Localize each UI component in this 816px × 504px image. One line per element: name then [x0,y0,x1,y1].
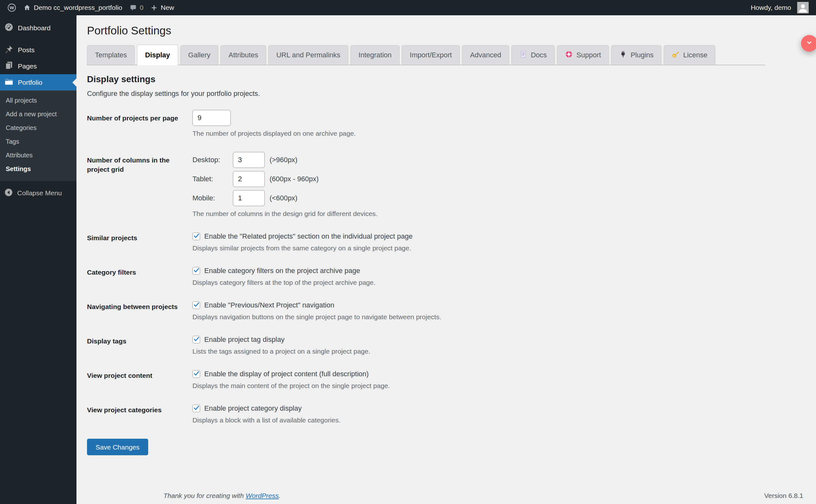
save-changes-button[interactable]: Save Changes [87,439,148,455]
tab-attributes[interactable]: Attributes [220,45,266,65]
setting-description: The number of projects displayed on one … [192,130,810,137]
submenu-item-categories[interactable]: Categories [0,121,76,135]
footer-thanks: Thank you for creating with WordPress. [163,492,281,500]
home-icon [23,4,31,11]
submenu-item-add-new-project[interactable]: Add a new project [0,107,76,121]
tab-integration[interactable]: Integration [350,45,400,65]
admin-menu: Dashboard Posts Pages Portfolio [0,15,76,201]
row-category-filters: Category filters Enable category filters… [87,267,810,286]
checkbox-option[interactable]: Enable project tag display [192,335,285,344]
setting-label: Similar projects [87,232,192,252]
sidebar-item-label: Pages [18,62,37,70]
howdy-text: Howdy, demo [751,4,791,11]
columns-tablet-row: Tablet: (600px - 960px) [192,171,810,187]
site-name: Demo cc_wordpress_portfolio [34,4,122,11]
columns-mobile-input[interactable] [233,190,265,206]
comments-link[interactable]: 0 [126,0,147,15]
plus-icon [150,4,158,11]
collapse-arrow-icon [4,188,13,198]
wordpress-admin-screen: W Demo cc_wordpress_portfolio 0 New Howd… [0,0,816,504]
setting-description: Displays category filters at the top of … [192,279,810,286]
page-title: Portfolio Settings [87,24,810,38]
docs-icon [519,50,527,60]
checkbox-option[interactable]: Enable the "Related projects" section on… [192,232,413,241]
checkbox-checked[interactable] [192,301,200,309]
row-project-navigation: Navigating between projects Enable "Prev… [87,301,810,321]
tab-docs[interactable]: Docs [511,45,555,65]
admin-sidebar: Dashboard Posts Pages Portfolio [0,15,76,504]
tab-templates[interactable]: Templates [87,45,135,65]
wordpress-logo-button[interactable]: W [4,0,20,15]
setting-label: Display tags [87,335,192,355]
tab-gallery[interactable]: Gallery [180,45,219,65]
row-similar-projects: Similar projects Enable the "Related pro… [87,232,810,252]
tab-display[interactable]: Display [137,45,178,65]
tab-support[interactable]: Support [557,45,609,65]
setting-description: Lists the tags assigned to a project on … [192,348,810,355]
posts-pin-icon [4,44,14,55]
sidebar-item-portfolio[interactable]: Portfolio [0,74,76,90]
checkbox-option[interactable]: Enable category filters on the project a… [192,267,360,275]
tab-advanced[interactable]: Advanced [462,45,509,65]
submenu-item-attributes[interactable]: Attributes [0,148,76,162]
comments-icon [129,4,137,11]
projects-per-page-input[interactable] [192,110,231,126]
columns-tablet-input[interactable] [233,171,265,187]
display-settings-form: Number of projects per page The number o… [87,110,810,455]
new-content-button[interactable]: New [147,0,177,15]
portfolio-submenu: All projects Add a new project Categorie… [0,90,76,181]
wordpress-link[interactable]: WordPress [246,492,279,499]
tab-license[interactable]: License [664,45,715,65]
wordpress-logo-icon: W [7,3,16,12]
chevron-down-icon [805,39,813,48]
collapse-menu-button[interactable]: Collapse Menu [0,185,76,201]
sidebar-item-pages[interactable]: Pages [0,58,76,74]
main-content: Portfolio Settings Templates Display Gal… [76,15,816,504]
submenu-item-all-projects[interactable]: All projects [0,94,76,107]
checkbox-option[interactable]: Enable "Previous/Next Project" navigatio… [192,301,334,309]
submenu-item-settings[interactable]: Settings [0,162,76,176]
collapse-menu-label: Collapse Menu [17,189,62,197]
row-display-tags: Display tags Enable project tag display … [87,335,810,355]
version-text: Version 6.8.1 [764,492,803,500]
site-name-link[interactable]: Demo cc_wordpress_portfolio [20,0,126,15]
support-lifebuoy-icon [565,50,573,60]
setting-label: View project categories [87,404,192,424]
checkbox-checked[interactable] [192,405,200,412]
pages-icon [4,61,14,72]
checkbox-checked[interactable] [192,370,200,378]
floating-action-button[interactable] [801,35,816,52]
setting-label: Number of columns in the project grid [87,152,192,218]
tab-plugins[interactable]: Plugins [611,45,661,65]
menu-separator [0,36,76,42]
tab-import-export[interactable]: Import/Export [402,45,460,65]
setting-description: Displays the main content of the project… [192,382,810,390]
admin-footer: Thank you for creating with WordPress. V… [163,492,803,500]
row-project-content: View project content Enable the display … [87,370,810,390]
comments-count: 0 [140,4,144,11]
dashboard-icon [4,22,14,33]
device-label: Desktop: [192,156,233,164]
sidebar-item-posts[interactable]: Posts [0,42,76,58]
checkbox-option[interactable]: Enable the display of project content (f… [192,370,369,378]
breakpoint-hint: (>960px) [270,156,297,164]
admin-bar: W Demo cc_wordpress_portfolio 0 New Howd… [0,0,816,15]
sidebar-item-dashboard[interactable]: Dashboard [0,20,76,36]
checkbox-checked[interactable] [192,336,200,343]
device-label: Tablet: [192,175,233,183]
tab-url-permalinks[interactable]: URL and Permalinks [268,45,348,65]
checkbox-checked[interactable] [192,233,200,240]
checkbox-checked[interactable] [192,267,200,275]
device-label: Mobile: [192,194,233,202]
breakpoint-hint: (600px - 960px) [270,175,319,183]
settings-tabs: Templates Display Gallery Attributes URL… [87,45,765,65]
row-projects-per-page: Number of projects per page The number o… [87,110,810,137]
row-project-categories: View project categories Enable project c… [87,404,810,424]
checkbox-option[interactable]: Enable project category display [192,404,302,413]
setting-label: View project content [87,370,192,390]
account-menu[interactable]: Howdy, demo [747,0,812,15]
columns-desktop-input[interactable] [233,152,265,168]
submenu-item-tags[interactable]: Tags [0,135,76,148]
plugins-plug-icon [619,50,627,60]
sidebar-item-label: Dashboard [18,24,51,32]
